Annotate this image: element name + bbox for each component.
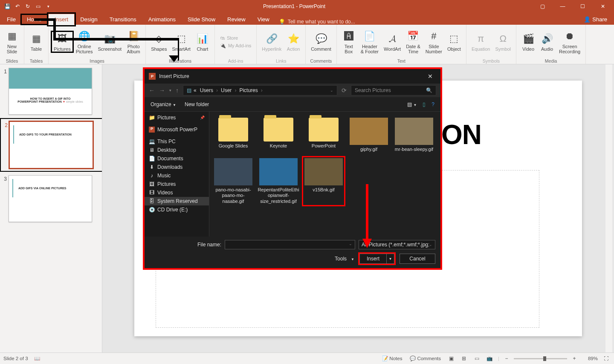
view-mode-button[interactable]: ▤ ▼ — [407, 101, 417, 107]
insert-dropdown-button[interactable]: ▼ — [387, 254, 394, 264]
datetime-button[interactable]: 📅Date & Time — [403, 29, 423, 55]
maximize-button[interactable]: ☐ — [573, 0, 592, 12]
new-folder-button[interactable]: New folder — [185, 101, 209, 107]
tree-item[interactable]: PMicrosoft PowerP — [145, 125, 209, 134]
slide-title-placeholder[interactable]: ON — [441, 119, 481, 150]
normal-view-icon[interactable]: ▣ — [447, 354, 455, 363]
tree-item[interactable]: ⬇Downloads — [145, 163, 209, 171]
notes-button[interactable]: 📝 Notes — [380, 355, 404, 361]
chart-button[interactable]: 📊Chart — [193, 31, 212, 52]
hyperlink-button[interactable]: 🔗Hyperlink — [259, 31, 284, 52]
back-button[interactable]: ← — [149, 87, 155, 94]
audio-button[interactable]: 🔊Audio — [538, 31, 556, 52]
breadcrumb-bar[interactable]: ▤ « Users› User› Pictures› ⌄ — [183, 85, 337, 95]
dialog-file-list[interactable]: Google SlidesKeynotePowerPointgiphy.gifm… — [209, 112, 440, 237]
undo-icon[interactable]: ↶ — [14, 3, 21, 10]
header-footer-button[interactable]: 📄Header & Footer — [358, 29, 381, 55]
tab-transitions[interactable]: Transitions — [104, 14, 142, 25]
tell-me-search[interactable]: 💡 Tell me what you want to do... — [279, 19, 355, 25]
tree-item[interactable]: ♪Music — [145, 171, 209, 180]
start-from-beginning-icon[interactable]: ▭ — [34, 3, 42, 10]
slide-sorter-view-icon[interactable]: ⊞ — [460, 354, 468, 363]
zoom-out-button[interactable]: − — [504, 355, 510, 361]
comments-button[interactable]: 💬 Comments — [408, 355, 443, 361]
equation-button[interactable]: πEquation — [469, 31, 492, 52]
video-button[interactable]: 🎬Video — [519, 31, 538, 52]
my-addins-button[interactable]: 🔌My Add-ins — [220, 43, 251, 49]
tree-item[interactable]: 💿CD Drive (E:) — [145, 205, 209, 214]
slide-thumbnail-1[interactable]: 1 HOW TO INSERT A GIF INTO POWERPOINT PR… — [3, 68, 102, 115]
close-button[interactable]: ✕ — [593, 0, 612, 12]
preview-pane-button[interactable]: ▯ — [423, 101, 426, 107]
file-type-filter[interactable]: All Pictures (*.emf;*.wmf;*.jpg;* ⌄ — [359, 240, 435, 249]
help-button[interactable]: ? — [432, 101, 434, 107]
tab-view[interactable]: View — [252, 14, 275, 25]
tree-item[interactable]: 🎞Videos — [145, 188, 209, 197]
dialog-tree[interactable]: 📁Pictures📌PMicrosoft PowerP💻This PC🖥Desk… — [145, 112, 209, 237]
minimize-button[interactable]: — — [553, 0, 572, 12]
tab-home[interactable]: Home — [21, 14, 48, 25]
up-button[interactable]: ↑ — [176, 87, 179, 94]
new-slide-button[interactable]: ▦New Slide — [3, 29, 21, 55]
object-button[interactable]: ⬚Object — [445, 31, 463, 52]
share-button[interactable]: 👤 Share — [579, 14, 611, 25]
slide-thumbnails-pane[interactable]: 1 HOW TO INSERT A GIF INTO POWERPOINT PR… — [0, 64, 102, 352]
customize-qat-icon[interactable]: ▾ — [44, 3, 52, 10]
breadcrumb-user[interactable]: User — [220, 87, 233, 93]
fit-to-window-button[interactable]: ⛶ — [602, 354, 611, 363]
refresh-button[interactable]: ⟳ — [342, 87, 347, 94]
zoom-slider[interactable] — [514, 358, 567, 359]
file-tab[interactable]: File — [3, 14, 20, 25]
tree-item[interactable]: 📄Documents — [145, 154, 209, 163]
tab-slideshow[interactable]: Slide Show — [182, 14, 221, 25]
file-item[interactable]: mr-bean-sleepy.gif — [393, 116, 435, 154]
textbox-button[interactable]: 🅰Text Box — [339, 29, 358, 55]
tree-item[interactable]: 🖼Pictures — [145, 180, 209, 188]
tab-animations[interactable]: Animations — [142, 14, 182, 25]
photo-album-button[interactable]: 📔Photo Album — [124, 29, 143, 55]
ribbon-display-options-icon[interactable]: ▢ — [533, 0, 552, 12]
slide-number-button[interactable]: #Slide Number — [423, 29, 445, 55]
breadcrumb-pictures[interactable]: Pictures — [238, 87, 259, 93]
tab-design[interactable]: Design — [74, 14, 103, 25]
cancel-button[interactable]: Cancel — [400, 254, 435, 264]
zoom-in-button[interactable]: + — [571, 355, 577, 361]
screenshot-button[interactable]: 📷Screenshot — [96, 31, 125, 52]
tree-item[interactable]: 🖥Desktop — [145, 146, 209, 154]
folder-item[interactable]: Keynote — [257, 116, 300, 154]
table-button[interactable]: ▦Table — [27, 31, 46, 52]
folder-item[interactable]: Google Slides — [212, 116, 255, 154]
organize-button[interactable]: Organize ▼ — [151, 101, 176, 107]
slide-thumbnail-3[interactable]: 3 ADD GIFS VIA ONLINE PICTURES — [3, 175, 102, 222]
symbol-button[interactable]: ΩSymbol — [492, 31, 513, 52]
dialog-search-input[interactable]: Search Pictures 🔍 — [351, 85, 436, 95]
tree-item[interactable]: 💻This PC — [145, 137, 209, 146]
filename-dropdown-icon[interactable]: ⌄ — [349, 242, 352, 246]
tab-review[interactable]: Review — [221, 14, 252, 25]
redo-icon[interactable]: ↻ — [24, 3, 32, 10]
tree-item[interactable]: 🗄System Reserved — [145, 197, 209, 205]
breadcrumb-users[interactable]: Users — [199, 87, 214, 93]
filename-input[interactable]: ⌄ — [225, 240, 355, 249]
vertical-scrollbar[interactable] — [605, 64, 612, 352]
file-item[interactable]: v15Bnk.gif — [302, 156, 345, 206]
reading-view-icon[interactable]: ▭ — [472, 354, 481, 363]
breadcrumb-dropdown-icon[interactable]: ⌄ — [330, 88, 333, 92]
action-button[interactable]: ⭐Action — [284, 31, 303, 52]
folder-item[interactable]: PowerPoint — [302, 116, 345, 154]
pictures-button[interactable]: 🖼Pictures — [51, 31, 73, 52]
tree-item[interactable]: 📁Pictures📌 — [145, 113, 209, 122]
online-pictures-button[interactable]: 🌐Online Pictures — [73, 29, 96, 55]
shapes-button[interactable]: ◇Shapes — [148, 31, 169, 52]
file-item[interactable]: RepentantPoliteEthiopianwolf-size_restri… — [257, 156, 300, 206]
slide-indicator[interactable]: Slide 2 of 3 — [3, 356, 28, 361]
comment-button[interactable]: 💬Comment — [308, 31, 334, 52]
file-item[interactable]: pano-mo-nasabi-paano-mo-nasabe.gif — [212, 156, 255, 206]
tab-insert[interactable]: Insert — [49, 14, 75, 25]
insert-button[interactable]: Insert — [359, 254, 387, 264]
tools-button[interactable]: Tools ▼ — [335, 256, 354, 262]
file-item[interactable]: giphy.gif — [348, 116, 390, 154]
spell-check-icon[interactable]: 📖 — [34, 355, 40, 361]
wordart-button[interactable]: 𝓐WordArt — [381, 31, 403, 52]
zoom-percentage[interactable]: 89% — [582, 356, 598, 361]
